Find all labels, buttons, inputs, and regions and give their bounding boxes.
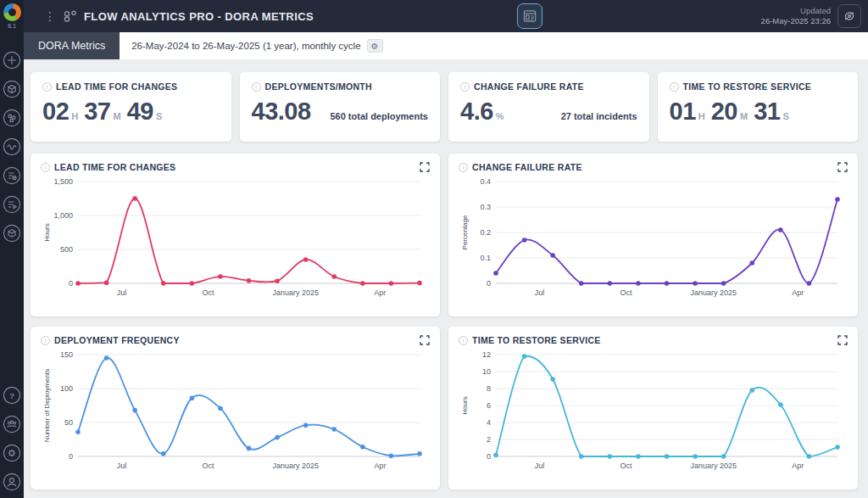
period-settings-gear-icon[interactable]: ⚙ <box>367 39 383 53</box>
kpi-value: 01 <box>670 99 696 124</box>
kpi-title: TIME TO RESTORE SERVICE <box>683 81 812 92</box>
expand-fullscreen-icon[interactable] <box>420 335 430 345</box>
info-icon[interactable]: i <box>459 163 468 172</box>
chart-card-time-to-restore: iTIME TO RESTORE SERVICE024681012HoursJu… <box>448 327 858 490</box>
package-icon[interactable] <box>3 80 21 98</box>
chart-card-lead-time: iLEAD TIME FOR CHANGES05001,0001,500Hour… <box>31 154 440 316</box>
chart-line <box>78 199 420 283</box>
add-icon[interactable] <box>3 51 21 70</box>
kpi-value: 37 <box>84 99 110 124</box>
svg-text:January 2025: January 2025 <box>690 288 737 297</box>
svg-text:150: 150 <box>60 350 73 359</box>
chart-point <box>331 427 337 432</box>
chart-point <box>665 454 670 459</box>
kpi-value-row: 4.6%27 total incidents <box>460 99 637 124</box>
kpi-value-row: 02H37M49S <box>42 99 220 124</box>
chart-canvas: 050100150Number of DeploymentsJulOctJanu… <box>41 348 430 473</box>
info-icon[interactable]: i <box>41 163 50 172</box>
svg-text:Apr: Apr <box>374 288 386 297</box>
svg-text:January 2025: January 2025 <box>272 462 319 470</box>
flow-nodes-icon <box>63 9 78 23</box>
top-header: ⋮ FLOW ANALYTICS PRO - DORA METRICS Upda… <box>24 0 868 32</box>
pipeline-settings-icon[interactable] <box>3 166 21 185</box>
chart-point <box>190 395 195 400</box>
svg-text:Jul: Jul <box>535 288 545 297</box>
chart-point <box>161 281 166 286</box>
info-icon[interactable]: i <box>42 82 52 92</box>
kpi-value: 31 <box>754 99 780 124</box>
sidebar-bottom-nav: ? <box>3 386 21 491</box>
chart-point <box>303 422 309 428</box>
chart-point <box>579 454 584 459</box>
chart-point <box>75 281 81 286</box>
artifacts-icon[interactable] <box>3 224 21 243</box>
info-icon[interactable]: i <box>41 336 50 345</box>
svg-text:Oct: Oct <box>620 462 633 470</box>
cluster-icon[interactable] <box>3 109 21 127</box>
community-icon[interactable] <box>3 415 21 434</box>
kebab-menu-icon[interactable]: ⋮ <box>44 10 56 22</box>
chart-point <box>721 454 726 459</box>
svg-text:Oct: Oct <box>620 288 633 297</box>
svg-text:Apr: Apr <box>792 462 804 470</box>
kpi-card-header: iDEPLOYMENTS/MONTH <box>252 81 429 92</box>
pipeline-run-icon[interactable] <box>3 195 21 214</box>
kpi-unit: S <box>782 111 788 121</box>
kpi-unit: H <box>698 111 705 121</box>
chart-point <box>693 454 698 459</box>
chart-line <box>496 199 837 283</box>
kpi-value-row: 43.08560 total deployments <box>252 99 429 124</box>
expand-fullscreen-icon[interactable] <box>837 162 848 172</box>
kpi-row: iLEAD TIME FOR CHANGES02H37M49S iDEPLOYM… <box>31 72 858 142</box>
expand-fullscreen-icon[interactable] <box>837 335 848 345</box>
chart-point <box>835 197 840 202</box>
kpi-card-header: iLEAD TIME FOR CHANGES <box>42 81 220 92</box>
svg-text:0.3: 0.3 <box>480 203 491 211</box>
dashboard-view-button[interactable] <box>517 3 542 29</box>
chart-point <box>778 227 783 232</box>
app-logo-icon <box>3 3 21 21</box>
help-icon[interactable]: ? <box>3 386 21 405</box>
svg-text:Apr: Apr <box>792 288 804 297</box>
svg-text:January 2025: January 2025 <box>690 462 737 470</box>
chart-point <box>104 280 109 285</box>
activity-pulse-icon[interactable] <box>3 137 21 156</box>
chart-point <box>807 281 812 286</box>
settings-gear-icon[interactable] <box>3 444 21 462</box>
chart-card-deployment-frequency: iDEPLOYMENT FREQUENCY050100150Number of … <box>31 327 440 490</box>
svg-text:50: 50 <box>64 418 73 427</box>
chart-title: TIME TO RESTORE SERVICE <box>472 335 601 345</box>
svg-text:Apr: Apr <box>374 462 386 470</box>
kpi-card-lead-time: iLEAD TIME FOR CHANGES02H37M49S <box>31 72 231 142</box>
chart-point <box>721 281 726 286</box>
page-title: FLOW ANALYTICS PRO - DORA METRICS <box>84 10 314 23</box>
chart-point <box>331 274 337 279</box>
chart-point <box>161 451 166 456</box>
chart-line <box>78 358 420 456</box>
chart-point <box>360 281 365 286</box>
chart-point <box>218 406 223 411</box>
info-icon[interactable]: i <box>670 82 679 92</box>
tab-dora-metrics[interactable]: DORA Metrics <box>24 32 120 59</box>
chart-card-header: iDEPLOYMENT FREQUENCY <box>41 335 430 345</box>
kpi-value: 20 <box>711 99 737 124</box>
svg-text:Number of Deployments: Number of Deployments <box>43 369 51 442</box>
user-avatar-icon[interactable] <box>3 473 21 491</box>
refresh-button[interactable] <box>837 4 861 28</box>
info-icon[interactable]: i <box>252 82 261 92</box>
charts-grid: iLEAD TIME FOR CHANGES05001,0001,500Hour… <box>31 154 858 490</box>
chart-card-header: iCHANGE FAILURE RATE <box>459 162 848 172</box>
info-icon[interactable]: i <box>460 82 470 92</box>
period-text: 26-May-2024 to 26-May-2025 (1 year), mon… <box>131 41 360 51</box>
svg-text:Jul: Jul <box>117 288 127 297</box>
info-icon[interactable]: i <box>459 336 468 345</box>
svg-text:0.1: 0.1 <box>480 254 491 262</box>
chart-point <box>303 257 309 262</box>
chart-point <box>132 196 137 201</box>
svg-text:8: 8 <box>487 384 491 393</box>
svg-text:0: 0 <box>69 279 73 288</box>
chart-point <box>247 446 252 451</box>
chart-point <box>636 281 641 286</box>
expand-fullscreen-icon[interactable] <box>420 162 430 172</box>
chart-point <box>579 281 584 286</box>
